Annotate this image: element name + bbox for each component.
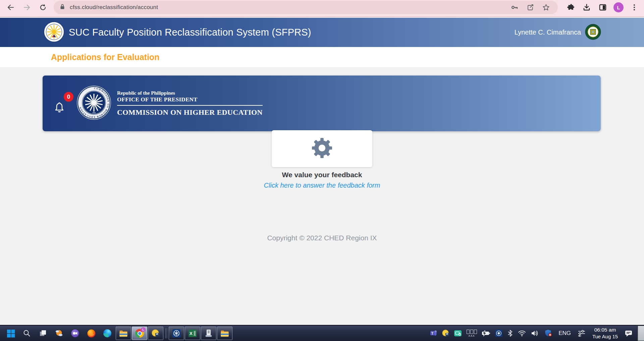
file-explorer-window-button[interactable] bbox=[217, 327, 232, 340]
extensions-puzzle-icon[interactable] bbox=[565, 2, 576, 13]
weather-widget-button[interactable] bbox=[51, 326, 67, 341]
side-panel-icon[interactable] bbox=[597, 2, 608, 13]
search-icon bbox=[23, 329, 31, 337]
smadav-tray-button[interactable] bbox=[440, 325, 452, 341]
download-icon[interactable] bbox=[581, 2, 592, 13]
screen: cfss.cloud/reclassification/account bbox=[0, 0, 644, 341]
chrome-profile-badge: L bbox=[141, 327, 146, 332]
notification-center-icon bbox=[625, 329, 633, 337]
file-explorer-button[interactable] bbox=[116, 327, 131, 340]
feedback-link[interactable]: Click here to answer the feedback form bbox=[0, 182, 644, 189]
clock-time: 06:05 am bbox=[589, 327, 621, 333]
volume-mixer-tray-button[interactable] bbox=[574, 325, 589, 341]
edge-button[interactable] bbox=[99, 326, 115, 341]
taskbar: L bbox=[0, 325, 644, 341]
file-explorer-icon bbox=[220, 330, 229, 337]
page-title: Applications for Evaluation bbox=[51, 52, 160, 62]
teams-tray-button[interactable]: T bbox=[428, 325, 440, 341]
system-tray: T AAA bbox=[428, 325, 644, 341]
site-header: SUC Faculty Position Reclassification Sy… bbox=[0, 18, 644, 47]
excel-letter: X bbox=[190, 331, 193, 336]
bluetooth-tray-button[interactable] bbox=[505, 325, 516, 341]
feedback-heading: We value your feedback bbox=[0, 171, 644, 179]
notification-badge: 0 bbox=[64, 92, 73, 102]
ime-boxes-icon bbox=[467, 330, 477, 334]
bookmark-star-icon[interactable] bbox=[540, 2, 552, 13]
site-title: SUC Faculty Position Reclassification Sy… bbox=[69, 27, 311, 38]
ched-app-button[interactable] bbox=[169, 327, 184, 340]
forward-button[interactable] bbox=[21, 2, 33, 13]
ched-app-tray-button[interactable] bbox=[493, 325, 505, 341]
scanner-app-icon bbox=[204, 329, 213, 338]
wifi-tray-button[interactable] bbox=[516, 325, 528, 341]
chrome-button[interactable]: L bbox=[132, 327, 147, 340]
browser-toolbar: cfss.cloud/reclassification/account bbox=[0, 0, 644, 17]
file-explorer-icon bbox=[119, 330, 128, 337]
vsu-seal-icon bbox=[585, 24, 601, 41]
bluetooth-icon bbox=[507, 330, 514, 337]
ched-app-icon bbox=[495, 330, 502, 337]
url-text: cfss.cloud/reclassification/account bbox=[70, 4, 158, 11]
ched-banner: 0 COMMISSION ON HIGHER EDUCATION bbox=[43, 76, 601, 131]
page-body: 0 COMMISSION ON HIGHER EDUCATION bbox=[0, 67, 644, 325]
notifications-button[interactable]: 0 bbox=[53, 93, 74, 114]
lock-icon bbox=[59, 3, 66, 11]
smadav-button[interactable] bbox=[148, 327, 163, 340]
ime-label: AAA bbox=[468, 334, 475, 337]
banner-line1: Republic of the Philippines bbox=[117, 90, 263, 96]
windows-start-icon bbox=[7, 329, 15, 338]
banner-line3: COMMISSION ON HIGHER EDUCATION bbox=[117, 108, 263, 117]
forward-arrow-icon bbox=[23, 4, 31, 11]
reload-button[interactable] bbox=[37, 2, 49, 13]
user-name[interactable]: Lynette C. Cimafranca bbox=[515, 29, 581, 36]
edge-icon bbox=[103, 329, 112, 338]
feedback-card bbox=[272, 130, 372, 167]
weather-icon bbox=[55, 329, 63, 338]
copyright-text: Copyright © 2022 CHED Region IX bbox=[0, 234, 644, 242]
defender-shield-icon bbox=[544, 329, 552, 337]
url-bar[interactable]: cfss.cloud/reclassification/account bbox=[54, 1, 558, 14]
subheader: Applications for Evaluation bbox=[0, 47, 644, 67]
chrome-icon: L bbox=[135, 329, 144, 338]
profile-avatar[interactable]: L bbox=[613, 2, 624, 12]
volume-icon bbox=[531, 330, 539, 337]
reload-icon bbox=[39, 4, 47, 11]
clock-date: Tue Aug 15 bbox=[589, 333, 621, 340]
start-button[interactable] bbox=[3, 326, 19, 341]
defender-tray-button[interactable] bbox=[542, 325, 555, 341]
smadav-icon bbox=[442, 329, 450, 337]
show-desktop-button[interactable] bbox=[637, 326, 644, 341]
excel-icon: X bbox=[188, 329, 197, 337]
volume-mixer-icon bbox=[577, 329, 586, 338]
clock[interactable]: 06:05 am Tue Aug 15 bbox=[589, 327, 621, 340]
ime-toolbar-button[interactable]: AAA bbox=[464, 325, 479, 341]
back-arrow-icon bbox=[7, 4, 14, 11]
banner-divider bbox=[117, 105, 263, 106]
volume-tray-button[interactable] bbox=[528, 325, 542, 341]
task-view-button[interactable] bbox=[35, 326, 51, 341]
saved-passwords-key-icon[interactable] bbox=[509, 2, 520, 13]
meet-now-button[interactable] bbox=[67, 326, 83, 341]
ched-seal-icon: COMMISSION ON HIGHER EDUCATION bbox=[77, 86, 111, 121]
firefox-icon bbox=[87, 329, 96, 338]
screen-capture-icon bbox=[454, 329, 462, 337]
notification-bell-icon bbox=[53, 101, 65, 114]
task-view-icon bbox=[39, 329, 47, 337]
seal-year-text: 1994 bbox=[92, 112, 96, 114]
firefox-button[interactable] bbox=[83, 326, 99, 341]
wifi-icon bbox=[518, 330, 526, 337]
ched-logo-icon bbox=[44, 21, 64, 44]
search-button[interactable] bbox=[19, 326, 35, 341]
notification-center-button[interactable] bbox=[621, 325, 636, 341]
back-button[interactable] bbox=[5, 2, 16, 13]
meet-now-camera-icon bbox=[71, 329, 79, 338]
scanner-app-button[interactable] bbox=[201, 327, 216, 340]
language-indicator[interactable]: ENG bbox=[555, 325, 574, 341]
taskbar-separator bbox=[164, 328, 168, 338]
screen-capture-tray-button[interactable] bbox=[452, 325, 464, 341]
smadav-icon bbox=[151, 329, 160, 338]
battery-tray-button[interactable] bbox=[479, 325, 493, 341]
share-icon[interactable] bbox=[525, 2, 536, 13]
excel-button[interactable]: X bbox=[185, 327, 200, 340]
menu-dots-icon[interactable] bbox=[629, 2, 640, 13]
